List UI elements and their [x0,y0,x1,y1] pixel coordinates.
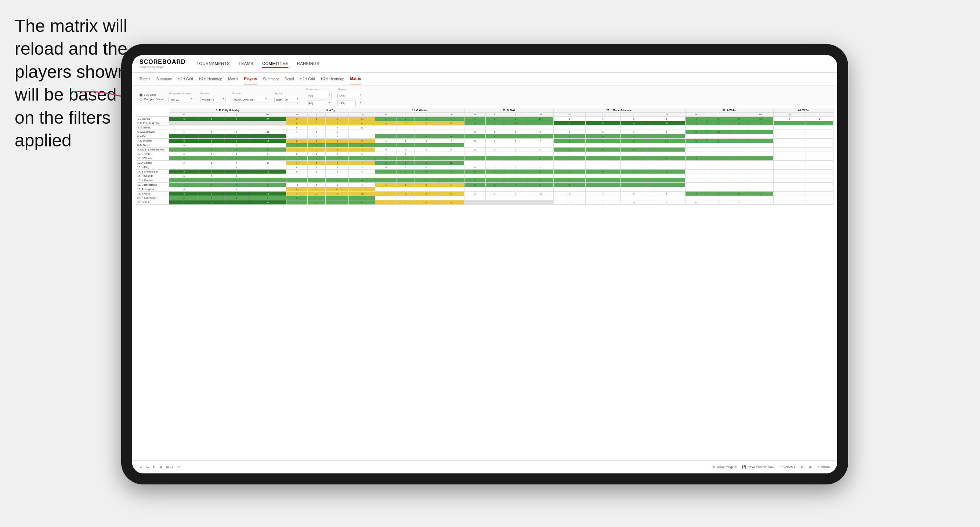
cell-empty-16-16 [553,187,585,192]
cell-10-6: 0 [326,161,349,165]
sub-tab-players[interactable]: Players [244,74,258,84]
cell-empty-16-24 [773,187,806,192]
cell-12-8: 1 [375,170,396,174]
cell-3-6: 1 [326,130,349,134]
nav-rankings[interactable]: RANKINGS [297,60,320,68]
undo-btn[interactable]: ↩ [140,465,142,469]
cell-6-6: 1 [326,143,349,148]
save-custom-btn[interactable]: 💾 Save Custom View [742,465,775,469]
cell-1-1 [199,121,224,125]
cell-7-15: 2 [527,148,553,152]
watch-label: Watch [784,465,793,469]
cell-19-8: 1 [375,200,396,205]
cell-15-18 [620,183,648,187]
cell-empty-5-24 [773,139,806,143]
sub-tab-h2h-grid2[interactable]: H2H Grid [300,74,315,84]
cell-1-20: 0 [686,121,707,125]
cell-empty-16-19 [648,187,686,192]
cell-1-7: 0 [349,121,375,125]
refresh-btn[interactable]: ↻ [153,465,156,469]
nav-committee[interactable]: COMMITTEE [262,60,288,68]
cell-0-9: 0 [396,117,415,121]
sub-tab-h2h-heatmap2[interactable]: H2H Heatmap [321,74,344,84]
cell-empty-4-21 [707,134,730,139]
cell-17-0: 3 [169,192,199,196]
cell-0-15: 10 [527,117,553,121]
cell-empty-10-24 [773,161,806,165]
cell-5-4: 2 [286,139,307,143]
sub-t-3: T [415,113,438,117]
cell-17-18: 0 [620,192,648,196]
cell-4-15: 25 [527,134,553,139]
cell-19-11: 10 [438,200,464,205]
cell-14-19 [648,178,686,183]
cell-1-9: 0 [396,121,415,125]
cell-19-12 [465,200,486,205]
conference-select[interactable]: (All) [306,93,332,98]
cell-16-2: 1 [224,187,249,192]
cell-1-2 [224,121,249,125]
sub-tab-summary[interactable]: Summary [156,74,172,84]
sub-l-5: L [585,113,620,117]
sub-tab-h2h-heatmap[interactable]: H2H Heatmap [199,74,222,84]
compact-view-radio[interactable]: Compact View [140,98,163,101]
full-view-dot [140,94,142,97]
clock-btn[interactable]: ⏱ [177,465,180,469]
cell-9-16: 2 [553,156,585,161]
cell-9-1: 0 [199,156,224,161]
conference-select-wrapper2: (All) [306,99,332,106]
conference-select2[interactable]: (All) [306,100,324,106]
cell-9-23 [748,156,773,161]
cell-8-0: 0 [169,152,199,156]
cell-empty-18-14 [504,196,527,200]
cell-0-11: 1 [438,117,464,121]
cell-empty-13-8 [375,174,396,178]
cell-9-22 [730,156,748,161]
cell-4-0: 7 [169,134,199,139]
compact-view-label: Compact View [144,98,163,101]
sub-t-1: T [224,113,249,117]
cell-empty-6-17 [585,143,620,148]
settings-btn[interactable]: ⚙ [801,465,804,469]
cell-3-13: 0 [486,130,504,134]
view-original-btn[interactable]: 👁 View: Original [712,465,737,469]
sub-tab-teams[interactable]: Teams [140,74,150,84]
watch-btn[interactable]: ○ Watch ▾ [780,465,795,469]
sub-tab-h2h-grid[interactable]: H2H Grid [178,74,193,84]
sub-tab-matrix2[interactable]: Matrix [350,74,361,84]
gender-select[interactable]: Women's [200,97,226,102]
players-select2[interactable]: (All) [337,100,356,106]
players-select[interactable]: (All) [337,93,363,98]
sub-tab-detail[interactable]: Detail [285,74,294,84]
zoom-btn[interactable]: ⊞ −• [166,465,173,469]
col-header-dy: 6. A Dy [286,108,375,113]
cell-5-0: 3 [169,139,199,143]
nav-tournaments[interactable]: TOURNAMENTS [197,60,230,68]
search-btn[interactable]: ⊕ [159,465,162,469]
matrix-content[interactable]: 2. M Kelly Mulcahy 6. A Dy 11. G Woods 2… [132,105,837,460]
cell-empty-16-17 [585,187,620,192]
nav-teams[interactable]: TEAMS [239,60,253,68]
cell-3-0: 1 [169,130,199,134]
region-select[interactable]: East - DII [274,97,300,102]
sub-tab-summary2[interactable]: Summary [263,74,279,84]
cell-empty-17-25 [806,192,834,196]
share-btn[interactable]: ↗ Share [817,465,830,469]
player-name-13: 15. H Stranda [136,174,169,178]
cell-12-6: 0 [326,170,349,174]
division-select[interactable]: NCAA Division II [232,97,269,102]
col-header-mulcahy: 2. M Kelly Mulcahy [169,108,286,113]
redo-btn[interactable]: ↪ [146,465,149,469]
cell-empty-2-15 [527,125,553,130]
cell-empty-18-19 [648,196,686,200]
sub-tab-matrix[interactable]: Matrix [228,74,238,84]
cell-16-7 [349,187,375,192]
cell-14-7: 11 [349,178,375,183]
full-view-radio[interactable]: Full View [140,93,163,97]
grid-btn[interactable]: ⊞ [809,465,812,469]
cell-15-15: 0 [527,183,553,187]
max-players-select[interactable]: Top 25 [169,97,194,102]
player-name-18: 20. E Andersson [136,196,169,200]
cell-14-0: 2 [169,178,199,183]
cell-empty-15-25 [806,183,834,187]
